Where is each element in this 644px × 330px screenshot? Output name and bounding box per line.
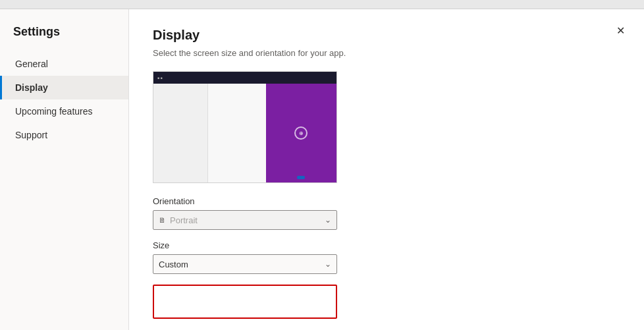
orientation-label: Orientation [153,196,620,206]
custom-input-box[interactable] [153,285,337,319]
size-label: Size [153,240,620,250]
close-button[interactable]: ✕ [612,22,628,38]
display-preview: ■ ■ ⊕ [153,71,337,183]
orientation-select[interactable]: 🗎 Portrait ⌄ [153,210,337,230]
sidebar-item-general[interactable]: General [0,52,128,76]
portrait-icon: 🗎 [159,216,166,224]
main-area: Settings General Display Upcoming featur… [0,9,644,330]
orientation-chevron-icon: ⌄ [325,215,331,225]
preview-top-bar: ■ ■ [153,72,336,84]
orientation-value: Portrait [170,215,198,225]
top-bar [0,0,644,9]
content-area: ✕ Display Select the screen size and ori… [129,9,644,330]
orientation-field-group: Orientation 🗎 Portrait ⌄ [153,196,620,230]
size-field-group: Size Custom ⌄ [153,240,620,274]
sidebar: Settings General Display Upcoming featur… [0,9,129,330]
sidebar-item-upcoming[interactable]: Upcoming features [0,99,128,123]
preview-dot [297,176,305,179]
content-subtitle: Select the screen size and orientation f… [153,48,620,58]
content-title: Display [153,28,620,43]
preview-inner: ■ ■ ⊕ [153,72,336,182]
size-value: Custom [159,260,188,269]
sidebar-item-display[interactable]: Display [0,76,128,99]
size-select[interactable]: Custom ⌄ [153,254,337,274]
preview-icon-sim: ⊕ [294,126,308,140]
preview-body: ⊕ [153,84,336,182]
preview-sidebar-sim [153,84,208,182]
preview-purple-panel: ⊕ [266,84,336,182]
sidebar-item-support[interactable]: Support [0,123,128,147]
preview-main-sim: ⊕ [208,84,336,182]
size-chevron-icon: ⌄ [325,260,331,269]
sidebar-title: Settings [0,14,128,52]
